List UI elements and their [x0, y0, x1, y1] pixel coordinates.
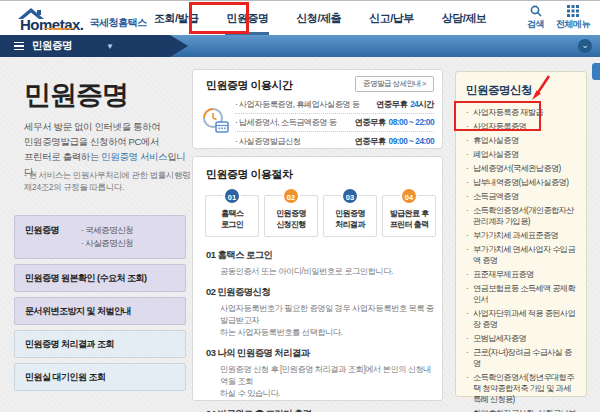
hours-value: 08:00 ~ 22:00: [389, 117, 434, 127]
cert-item-pension-deduction[interactable]: 연금보험료등 소득세액 공제확인서: [466, 283, 576, 305]
hours-value: 09:00 ~ 24:00: [389, 136, 434, 146]
hours-suffix: 시간: [418, 99, 434, 109]
cert-item-business-registration[interactable]: 사업자등록증명: [466, 121, 576, 132]
service-name: · 사실증명발급신청: [235, 136, 300, 147]
step-card-login: 01홈택스 로그인: [205, 195, 259, 237]
detail-heading: 04 발급완료 후 프린터 출력: [206, 408, 434, 412]
top-header: Hometax. 국세청홈택스 조회/발급 민원증명 신청/제출 신고/납부 상…: [0, 1, 600, 35]
cert-item-business-reg-reissue[interactable]: 사업자등록증 재발급: [466, 107, 576, 118]
detail-heading: 01 홈택스 로그인: [206, 249, 434, 262]
sidebar-menu: 민원증명 · 국세증명신청 · 사실증명신청 민원증명 원본확인 (수요처 조회…: [14, 215, 186, 396]
step-card-print: 04발급완료 후 프린터 출력: [382, 195, 436, 237]
subitem-label: 국세증명신청: [85, 225, 133, 235]
sidebar-item-label: 민원증명: [25, 224, 59, 237]
cert-item-unit-taxation[interactable]: 사업자단위과세 적용 종된사업장 증명: [466, 308, 576, 330]
cert-item-tax-payment[interactable]: 납세증명서(국세완납증명): [466, 163, 576, 174]
cert-item-student-loan-repay[interactable]: 취업후학자금상환_상환금납부사실증명서: [466, 408, 576, 412]
sidebar-item-label: 민원증명 처리결과 조회: [25, 338, 114, 351]
step-number-badge: 03: [341, 187, 359, 205]
search-button[interactable]: 검색: [527, 5, 544, 31]
sidebar-item-result-inquiry[interactable]: 민원증명 처리결과 조회: [14, 330, 186, 358]
intro-link: 민원증명 서비스: [101, 151, 167, 162]
step-label: 민원증명 처리결과: [335, 208, 365, 230]
section-title: 민원증명: [32, 39, 72, 53]
grid-menu-icon: [567, 5, 579, 17]
hometax-minwon-page: Hometax. 국세청홈택스 조회/발급 민원증명 신청/제출 신고/납부 상…: [0, 0, 600, 412]
step-number-badge: 01: [223, 187, 241, 205]
sidebar-item-forgery-prevention[interactable]: 문서위변조방지 및 처벌안내: [14, 297, 186, 325]
nav-item-inquiry-issue[interactable]: 조회/발급: [140, 1, 213, 36]
usage-time-box: 민원증명 이용시간 증명발급 상세안내 > · 사업자등록증명, 휴폐업사실증명…: [192, 69, 443, 149]
full-menu-label: 전체메뉴: [556, 18, 590, 31]
procedure-box: 민원증명 이용절차 01홈택스 로그인 02민원증명 신청진행 03민원증명 처…: [192, 156, 443, 401]
expand-bar-button[interactable]: ⌄: [578, 39, 592, 53]
certificate-apply-panel: 민원증명신청 사업자등록증 재발급 사업자등록증명 휴업사실증명 폐업사실증명 …: [455, 71, 587, 397]
sidebar-subitem-fact[interactable]: · 사실증명신청: [81, 237, 133, 250]
detail-step-2: 02 민원증명신청사업자등록번호가 필요한 증명일 경우 사업자등록번호 목록 …: [206, 286, 434, 338]
nav-item-apply-submit[interactable]: 신청/제출: [283, 1, 356, 36]
step-number-badge: 04: [400, 187, 418, 205]
detail-step-1: 01 홈택스 로그인공동인증서 또는 아이디/비밀번호로 로그인합니다.: [206, 249, 434, 277]
nav-item-minwon-certificate[interactable]: 민원증명: [213, 1, 283, 36]
step-card-result: 03민원증명 처리결과: [323, 195, 377, 237]
detail-desc: 민원증명 신청 후 [민원증명 처리결과 조회]에서 본인의 신청내역을 조회 …: [220, 363, 434, 399]
procedure-steps: 01홈택스 로그인 02민원증명 신청진행 03민원증명 처리결과 04발급완료…: [205, 195, 436, 237]
section-menu-tab[interactable]: 민원증명 ▼: [0, 35, 188, 57]
nav-item-consult-report[interactable]: 상담/제보: [428, 1, 501, 36]
main-nav: 조회/발급 민원증명 신청/제출 신고/납부 상담/제보: [140, 1, 500, 35]
sidebar-item-original-check[interactable]: 민원증명 원본확인 (수요처 조회): [14, 264, 186, 292]
clock-calendar-icon: [201, 106, 231, 136]
step-label: 발급완료 후 프린터 출력: [390, 208, 429, 230]
usage-time-row: · 사실증명발급신청 연중무휴09:00 ~ 24:00: [235, 132, 434, 150]
always-open-label: 연중무휴: [354, 117, 385, 127]
usage-time-row: · 납세증명서, 소득금액증명 등 연중무휴08:00 ~ 22:00: [235, 114, 434, 132]
sidebar-item-minwon[interactable]: 민원증명 · 국세증명신청 · 사실증명신청: [14, 215, 186, 259]
nav-item-report-pay[interactable]: 신고/납부: [355, 1, 428, 36]
detail-heading: 02 민원증명신청: [206, 286, 434, 299]
sidebar-item-waiting-count[interactable]: 민원실 대기인원 조회: [14, 363, 186, 391]
cert-item-business-closure[interactable]: 폐업사실증명: [466, 149, 576, 160]
hamburger-icon: [14, 42, 24, 51]
logo-sub-text: 국세청홈택스: [90, 16, 147, 30]
header-utilities: 검색 전체메뉴: [527, 5, 590, 31]
cert-item-income-confirm-isa[interactable]: 소득확인증명서(개인종합자산관리계좌 가입용): [466, 205, 576, 227]
section-bar: 민원증명 ▼ ⌄: [0, 35, 600, 57]
service-hours: 연중무휴09:00 ~ 24:00: [354, 136, 434, 147]
step-card-apply: 02민원증명 신청진행: [264, 195, 318, 237]
cert-item-vat-exempt-revenue[interactable]: 부가가치세 면세사업자 수입금액 증명: [466, 244, 576, 266]
cert-item-model-taxpayer[interactable]: 모범납세자증명: [466, 333, 576, 344]
detail-step-4: 04 발급완료 후 프린터 출력: [206, 408, 434, 412]
step-number-badge: 02: [282, 187, 300, 205]
cert-item-eitc-receipt[interactable]: 근로(자녀)장려금 수급사실 증명: [466, 347, 576, 369]
service-name: · 사업자등록증명, 휴폐업사실증명 등: [235, 99, 359, 110]
legal-note: - 현 서비스는 민원사무처리에 관한 법률시행령 제24조2의 규정을 따릅니…: [24, 169, 190, 193]
issue-detail-button[interactable]: 증명발급 상세안내 >: [355, 76, 434, 92]
procedure-details: 01 홈택스 로그인공동인증서 또는 아이디/비밀번호로 로그인합니다. 02 …: [206, 249, 434, 412]
cert-item-payment-history[interactable]: 납부내역증명(납세사실증명): [466, 177, 576, 188]
search-label: 검색: [527, 18, 544, 31]
subitem-label: 사실증명신청: [85, 238, 133, 248]
procedure-title: 민원증명 이용절차: [206, 167, 293, 182]
usage-time-rows: · 사업자등록증명, 휴폐업사실증명 등 연중무휴24시간 · 납세증명서, 소…: [235, 96, 434, 150]
full-menu-button[interactable]: 전체메뉴: [556, 5, 590, 31]
certificate-list: 사업자등록증 재발급 사업자등록증명 휴업사실증명 폐업사실증명 납세증명서(국…: [466, 107, 576, 412]
logo-swoosh: [42, 25, 76, 30]
cert-item-standard-financial[interactable]: 표준재무제표증명: [466, 269, 576, 280]
cert-item-business-suspension[interactable]: 휴업사실증명: [466, 135, 576, 146]
sidebar-subitem-national-tax[interactable]: · 국세증명신청: [81, 224, 133, 237]
cert-item-income-amount[interactable]: 소득금액증명: [466, 191, 576, 202]
cert-item-income-confirm-youth[interactable]: 소득확인증명서(청년우대형주택 청약종합저축 가입 및 과세특례 신청용): [466, 372, 576, 405]
content-area: 민원증명 세무서 방문 없이 인터넷을 통하여 민원증명발급을 신청하여 PC에…: [0, 57, 600, 412]
sidebar-item-label: 문서위변조방지 및 처벌안내: [25, 305, 131, 318]
service-hours: 연중무휴24시간: [376, 99, 434, 110]
usage-time-row: · 사업자등록증명, 휴폐업사실증명 등 연중무휴24시간: [235, 96, 434, 114]
always-open-label: 연중무휴: [376, 99, 407, 109]
edge-quickmenu-sliver[interactable]: [592, 63, 600, 80]
sidebar-item-label: 민원실 대기인원 조회: [25, 371, 106, 384]
caret-down-icon: ▼: [106, 42, 114, 51]
service-name: · 납세증명서, 소득금액증명 등: [235, 117, 336, 128]
nav-item-label: 민원증명: [227, 12, 269, 24]
detail-heading: 03 나의 민원증명 처리결과: [206, 347, 434, 360]
cert-item-vat-base[interactable]: 부가가치세 과세표준증명: [466, 230, 576, 241]
hometax-logo[interactable]: Hometax. 국세청홈택스: [16, 7, 147, 32]
